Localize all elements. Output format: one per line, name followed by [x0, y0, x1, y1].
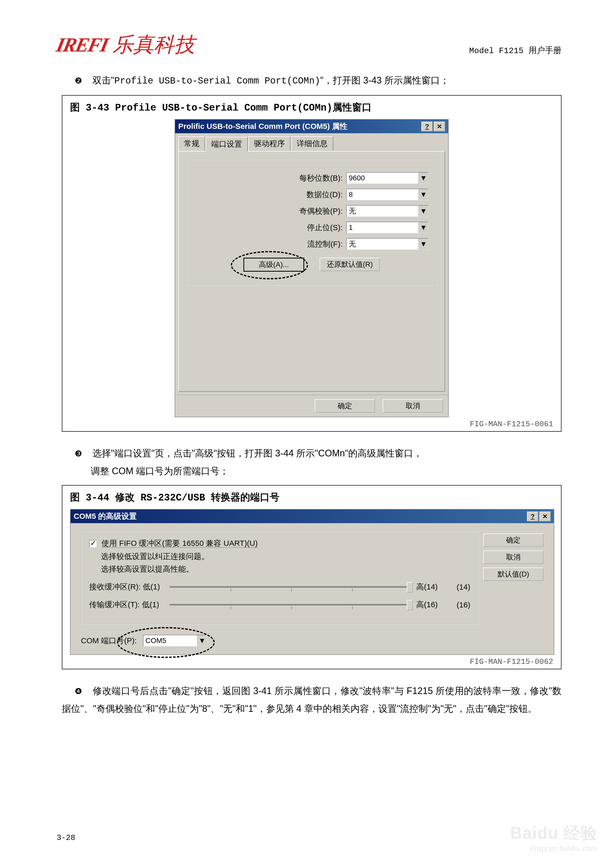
com-port-label: COM 端口号(P):	[81, 636, 137, 646]
watermark: Baidu 经验 jingyan.baidu.com	[510, 822, 598, 852]
parity-select[interactable]: 无▼	[346, 205, 429, 217]
defaults-button[interactable]: 默认值(D)	[483, 567, 543, 581]
tx-value: (16)	[447, 600, 470, 609]
tab-port-settings[interactable]: 端口设置	[206, 137, 248, 152]
figure-code: FIG-MAN-F1215-0062	[70, 657, 553, 666]
fifo-row: 使用 FIFO 缓冲区(需要 16550 兼容 UART)(U)	[89, 538, 470, 549]
rx-buffer-label: 接收缓冲区(R): 低(1)	[89, 582, 166, 592]
window-title: Prolific USB-to-Serial Comm Port (COM5) …	[178, 121, 347, 132]
tx-high: 高(16)	[416, 600, 447, 610]
step-4: ❹ 修改端口号后点击"确定"按钮，返回图 3-41 所示属性窗口，修改"波特率"…	[62, 682, 562, 718]
rx-value: (14)	[447, 583, 470, 592]
tx-buffer-label: 传输缓冲区(T): 低(1)	[89, 600, 166, 610]
bullet-4: ❹	[75, 687, 82, 696]
tab-panel: 每秒位数(B): 9600▼ 数据位(D): 8▼ 奇偶校验(P): 无▼ 停止…	[178, 151, 445, 392]
flow-label: 流控制(F):	[307, 239, 342, 250]
logo-cn: 乐真科技	[113, 31, 195, 59]
restore-defaults-button[interactable]: 还原默认值(R)	[320, 258, 380, 271]
stopbits-select[interactable]: 1▼	[346, 222, 429, 234]
logo: IREFI 乐真科技	[57, 31, 195, 59]
help-button[interactable]: ?	[421, 122, 433, 132]
figure-3-44-title: 图 3-44 修改 RS-232C/USB 转换器的端口号	[70, 491, 553, 504]
header-model: Model F1215 用户手册	[469, 45, 562, 56]
figure-code: FIG-MAN-F1215-0061	[70, 420, 553, 429]
advanced-settings-window: COM5 的高级设置 ? ✕ 确定 取消 默认值(D) 使用 FIFO 缓冲区(…	[70, 509, 554, 655]
chevron-down-icon: ▼	[418, 222, 428, 233]
help-button[interactable]: ?	[527, 512, 538, 521]
rx-slider[interactable]	[169, 586, 413, 588]
tip-high: 选择较高设置以提高性能。	[101, 564, 470, 575]
step-2: ❷ 双击"Profile USB-to-Serial Comm Port(COM…	[75, 72, 562, 90]
parity-label: 奇偶校验(P):	[299, 206, 342, 217]
chevron-down-icon: ▼	[197, 635, 207, 646]
logo-en: IREFI	[54, 33, 110, 56]
databits-label: 数据位(D):	[306, 189, 342, 200]
figure-3-44: 图 3-44 修改 RS-232C/USB 转换器的端口号 COM5 的高级设置…	[62, 485, 562, 669]
chevron-down-icon: ▼	[418, 206, 428, 217]
tip-low: 选择较低设置以纠正连接问题。	[101, 551, 470, 562]
figure-3-43: 图 3-43 Profile USB-to-Serial Comm Port(C…	[62, 95, 562, 432]
page-number: 3-28	[57, 834, 75, 842]
properties-window: Prolific USB-to-Serial Comm Port (COM5) …	[175, 119, 449, 417]
close-button[interactable]: ✕	[539, 512, 551, 521]
page-header: IREFI 乐真科技 Model F1215 用户手册	[57, 31, 562, 59]
cancel-button[interactable]: 取消	[383, 399, 443, 412]
chevron-down-icon: ▼	[418, 173, 428, 183]
step-3: ❸ 选择"端口设置"页，点击"高级"按钮，打开图 3-44 所示"COMn"的高…	[75, 445, 562, 480]
flow-select[interactable]: 无▼	[346, 238, 429, 250]
baud-label: 每秒位数(B):	[299, 173, 342, 183]
titlebar[interactable]: COM5 的高级设置 ? ✕	[71, 510, 554, 523]
baud-select[interactable]: 9600▼	[346, 172, 429, 184]
bullet-2: ❷	[75, 76, 82, 85]
close-button[interactable]: ✕	[434, 122, 445, 132]
slider-thumb[interactable]	[407, 600, 413, 610]
tabs: 常规 端口设置 驱动程序 详细信息	[175, 133, 448, 151]
slider-thumb[interactable]	[407, 582, 413, 592]
tx-slider[interactable]	[169, 604, 413, 606]
fifo-checkbox[interactable]	[89, 540, 97, 548]
chevron-down-icon: ▼	[418, 239, 428, 250]
rx-high: 高(14)	[416, 582, 447, 592]
ok-button[interactable]: 确定	[315, 399, 375, 412]
advanced-button[interactable]: 高级(A)...	[243, 258, 304, 272]
tab-driver[interactable]: 驱动程序	[248, 136, 291, 151]
tab-general[interactable]: 常规	[178, 136, 205, 151]
figure-3-43-title: 图 3-43 Profile USB-to-Serial Comm Port(C…	[70, 101, 553, 114]
window-title: COM5 的高级设置	[74, 511, 137, 522]
bullet-3: ❸	[75, 449, 82, 458]
databits-select[interactable]: 8▼	[346, 189, 429, 200]
cancel-button[interactable]: 取消	[483, 550, 543, 564]
ok-button[interactable]: 确定	[483, 533, 543, 547]
titlebar[interactable]: Prolific USB-to-Serial Comm Port (COM5) …	[175, 119, 448, 133]
tab-details[interactable]: 详细信息	[291, 136, 333, 151]
stopbits-label: 停止位(S):	[307, 222, 342, 233]
chevron-down-icon: ▼	[418, 189, 428, 200]
com-port-select[interactable]: COM5▼	[143, 635, 207, 646]
fifo-label: 使用 FIFO 缓冲区(需要 16550 兼容 UART)(U)	[102, 539, 258, 548]
